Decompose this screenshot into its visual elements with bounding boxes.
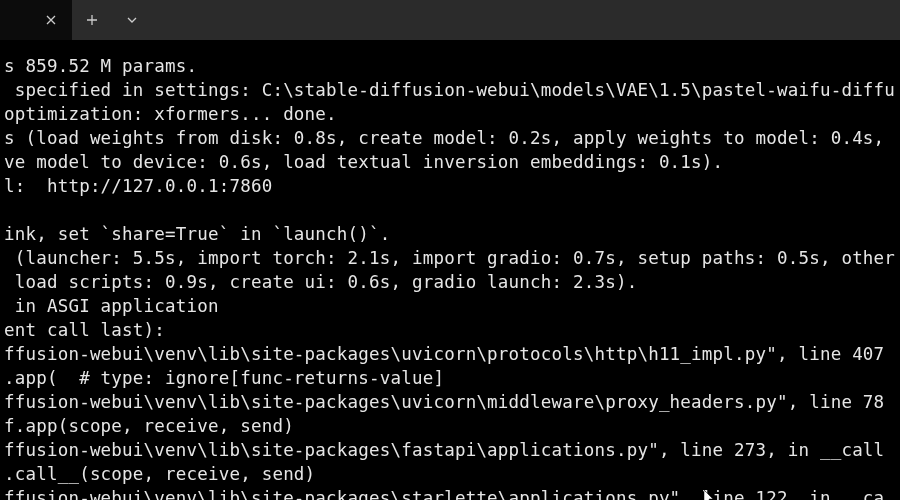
- terminal-line: optimization: xformers... done.: [0, 102, 900, 126]
- tab-dropdown-button[interactable]: [112, 0, 152, 40]
- terminal-line: .call__(scope, receive, send): [0, 462, 900, 486]
- terminal-line: ffusion-webui\venv\lib\site-packages\uvi…: [0, 390, 900, 414]
- terminal-output[interactable]: s 859.52 M params. specified in settings…: [0, 40, 900, 500]
- terminal-line: ffusion-webui\venv\lib\site-packages\sta…: [0, 486, 900, 500]
- terminal-line: .app( # type: ignore[func-returns-value]: [0, 366, 900, 390]
- new-tab-button[interactable]: [72, 0, 112, 40]
- terminal-line: specified in settings: C:\stable-diffusi…: [0, 78, 900, 102]
- terminal-line: l: http://127.0.0.1:7860: [0, 174, 900, 198]
- plus-icon: [86, 14, 98, 26]
- terminal-line: [0, 198, 900, 222]
- title-bar: [0, 0, 900, 40]
- terminal-line: ve model to device: 0.6s, load textual i…: [0, 150, 900, 174]
- chevron-down-icon: [126, 16, 138, 24]
- close-tab-button[interactable]: [40, 9, 62, 31]
- terminal-line: s 859.52 M params.: [0, 54, 900, 78]
- terminal-line: in ASGI application: [0, 294, 900, 318]
- terminal-line: ent call last):: [0, 318, 900, 342]
- terminal-line: (launcher: 5.5s, import torch: 2.1s, imp…: [0, 246, 900, 270]
- terminal-line: ffusion-webui\venv\lib\site-packages\uvi…: [0, 342, 900, 366]
- terminal-line: f.app(scope, receive, send): [0, 414, 900, 438]
- terminal-line: load scripts: 0.9s, create ui: 0.6s, gra…: [0, 270, 900, 294]
- terminal-line: ink, set `share=True` in `launch()`.: [0, 222, 900, 246]
- terminal-line: ffusion-webui\venv\lib\site-packages\fas…: [0, 438, 900, 462]
- close-icon: [46, 15, 56, 25]
- terminal-line: s (load weights from disk: 0.8s, create …: [0, 126, 900, 150]
- active-tab[interactable]: [0, 0, 72, 40]
